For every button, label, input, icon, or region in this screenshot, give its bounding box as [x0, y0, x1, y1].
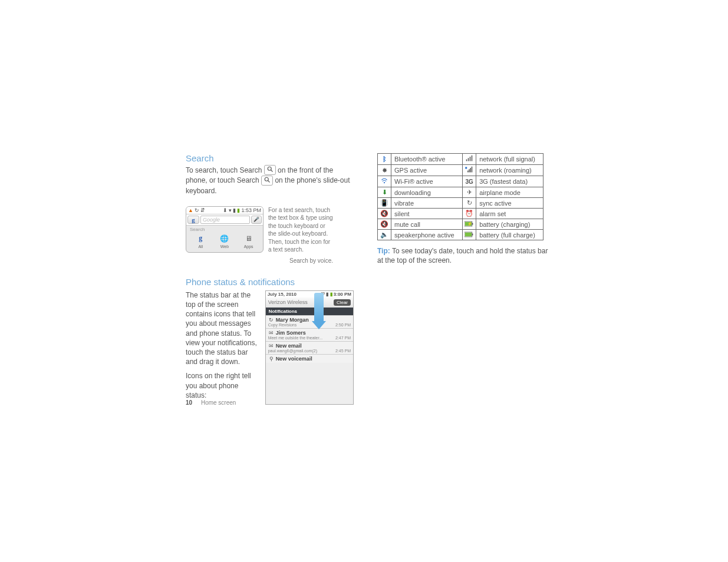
- status-label: sync active: [476, 198, 543, 209]
- svg-point-0: [268, 167, 271, 171]
- table-row: Wi-Fi® active3G3G (fastest data): [378, 176, 543, 187]
- globe-icon: 🌐: [219, 233, 230, 244]
- signal-bars-icon: ▮: [326, 292, 328, 297]
- page-footer: 10 Home screen: [186, 399, 236, 406]
- status-icon-vib: 📳: [378, 198, 391, 209]
- table-row: ᛒBluetooth® activenetwork (full signal): [378, 154, 543, 165]
- notif-para2: Icons on the right tell you about phone …: [186, 371, 261, 400]
- status-label: GPS active: [391, 165, 463, 176]
- svg-line-1: [271, 170, 272, 172]
- search-input[interactable]: Google: [200, 216, 250, 224]
- svg-rect-7: [472, 156, 473, 161]
- notif-item-time: 2:47 PM: [335, 336, 351, 340]
- status-icon-dl: ⬇: [378, 187, 391, 198]
- footer-title: Home screen: [201, 399, 236, 406]
- table-row: 🔇silent⏰alarm set: [378, 209, 543, 219]
- search-tab-all[interactable]: g All: [195, 233, 206, 249]
- notification-item[interactable]: ⚲New voicemail: [266, 354, 353, 363]
- status-label: network (full signal): [476, 154, 543, 165]
- status-label: vibrate: [391, 198, 463, 209]
- status-icon-sil: 🔇: [378, 209, 391, 219]
- search-tab-web[interactable]: 🌐 Web: [219, 233, 230, 249]
- search-tab-apps[interactable]: 🖥 Apps: [243, 233, 254, 249]
- table-row: 📳vibrate↻sync active: [378, 198, 543, 209]
- battery-icon: ▮: [237, 207, 240, 213]
- svg-rect-20: [472, 233, 473, 235]
- voice-search-button[interactable]: 🎤: [251, 216, 262, 224]
- apps-icon: 🖥: [243, 233, 254, 244]
- status-label: Bluetooth® active: [391, 154, 463, 165]
- search-para: To search, touch Search on the front of …: [186, 166, 354, 196]
- svg-line-3: [268, 180, 270, 182]
- search-panel-label: Search: [186, 226, 263, 232]
- notif-heading: Phone status & notifications: [186, 277, 354, 287]
- status-icon-plane: ✈: [463, 187, 476, 198]
- table-row: ✸GPS activenetwork (roaming): [378, 165, 543, 176]
- svg-rect-19: [465, 232, 472, 236]
- notification-item[interactable]: ↻Mary MorganCopy Revisions2:50 PM: [266, 315, 353, 328]
- page-number: 10: [186, 399, 192, 406]
- notification-item[interactable]: ✉Jim SomersMeet me outside the theater..…: [266, 328, 353, 341]
- search-key-icon-2: [261, 176, 273, 186]
- svg-rect-16: [472, 223, 473, 224]
- status-label: speakerphone active: [391, 230, 463, 240]
- signal-icon: ▮: [233, 207, 236, 213]
- notification-item[interactable]: ✉New emailpaul.wang6@gmail.com(2)2:45 PM: [266, 341, 353, 354]
- status-label: silent: [391, 209, 463, 219]
- svg-rect-8: [465, 167, 467, 169]
- tab-web-label: Web: [220, 244, 229, 249]
- notifications-header: Notifications: [266, 308, 353, 315]
- status-label: mute call: [391, 219, 463, 230]
- status-label: downloading: [391, 187, 463, 198]
- tab-apps-label: Apps: [244, 244, 253, 249]
- status-icon-gps: ✸: [378, 165, 391, 176]
- svg-text:⚡: ⚡: [467, 222, 472, 226]
- svg-rect-10: [469, 169, 470, 172]
- notif-item-icon: ✉: [268, 330, 275, 336]
- status-icon-chg: ⚡: [463, 219, 476, 230]
- status-icon-spk: 🔈: [378, 230, 391, 240]
- notif-item-time: 2:50 PM: [335, 323, 351, 327]
- notif-item-icon: ✉: [268, 343, 275, 349]
- status-icon-alarm: ⏰: [463, 209, 476, 219]
- table-row: ⬇downloading✈airplane mode: [378, 187, 543, 198]
- svg-rect-4: [466, 160, 467, 161]
- svg-rect-9: [467, 171, 469, 173]
- download-icon: ⬇: [223, 207, 228, 213]
- search-side-note: For a text search, touch the text box & …: [268, 206, 333, 254]
- clear-button[interactable]: Clear: [334, 299, 351, 306]
- tab-all-label: All: [198, 244, 203, 249]
- tip-label: Tip:: [377, 247, 390, 255]
- drag-down-arrow-icon: [314, 293, 324, 321]
- status-time: 1:53 PM: [241, 207, 261, 213]
- notif-item-title: New email: [276, 343, 302, 349]
- svg-point-2: [265, 177, 268, 181]
- search-key-icon: [264, 165, 276, 175]
- status-label: alarm set: [476, 209, 543, 219]
- status-label: battery (charging): [476, 219, 543, 230]
- status-icon-roam: [463, 165, 476, 176]
- svg-rect-6: [470, 157, 471, 161]
- table-row: 🔇mute call⚡battery (charging): [378, 219, 543, 230]
- refresh-icon: ↻: [195, 207, 199, 213]
- notif-item-icon: ↻: [268, 317, 275, 323]
- notif-date: July 15, 2010: [268, 292, 297, 297]
- notif-item-title: Mary Morgan: [276, 317, 309, 323]
- carrier-label: Verizon Wireless: [268, 299, 308, 305]
- google-g-icon: g: [195, 233, 206, 244]
- status-icon-sig: [463, 154, 476, 165]
- notif-time: 3:00 PM: [334, 292, 351, 297]
- google-g-button[interactable]: g: [187, 216, 199, 224]
- notif-para1: The status bar at the top of the screen …: [186, 290, 261, 367]
- svg-rect-5: [468, 158, 469, 161]
- table-row: 🔈speakerphone activebattery (full charge…: [378, 230, 543, 240]
- notification-panel: July 15, 2010 ³ᴳ ▮ ▮ 3:00 PM Verizon Wir…: [265, 290, 354, 405]
- wifi-icon: ▾: [229, 207, 232, 213]
- status-icon-full: [463, 230, 476, 240]
- notif-item-title: Jim Somers: [276, 330, 306, 336]
- notif-item-title: New voicemail: [276, 356, 312, 362]
- status-icon-wifi: [378, 176, 391, 187]
- usb-icon: ⇵: [200, 207, 205, 213]
- svg-point-13: [384, 182, 385, 183]
- status-label: 3G (fastest data): [476, 176, 543, 187]
